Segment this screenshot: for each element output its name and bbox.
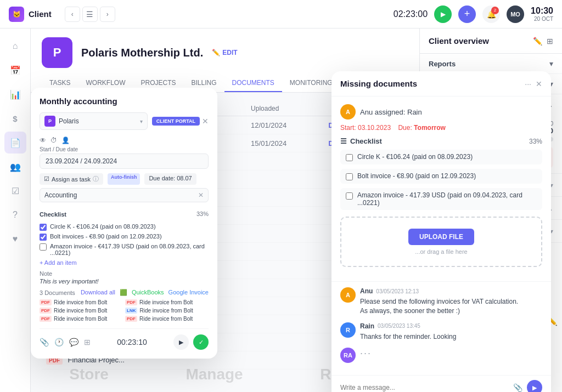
checklist-icon: ☰ (340, 137, 347, 145)
missing-checklist-checkbox[interactable] (346, 192, 353, 200)
reports-chevron-icon[interactable]: ▾ (549, 59, 553, 68)
modal-footer-icons: 📎 🕐 💬 ⊞ (40, 338, 91, 346)
docs-header: 3 Documents Download all 🟩 QuickBooks Go… (40, 289, 209, 296)
assign-task-badge[interactable]: ☑ Assign as task ⓘ (40, 173, 103, 185)
assigned-row: A Anu assigned: Rain (340, 104, 542, 120)
edit-link[interactable]: ✏️ EDIT (212, 49, 237, 56)
topic-row[interactable]: Accounting ✕ (40, 188, 209, 202)
user-avatar[interactable]: MO (507, 5, 524, 23)
checklist-checkbox[interactable] (40, 234, 47, 241)
expand-icon[interactable]: ⊞ (547, 37, 553, 46)
doc-cell-uploaded: 12/01/2024 (246, 116, 324, 134)
chat-date: 03/05/2023 12:13 (376, 288, 419, 294)
sidebar-item-documents[interactable]: 📄 (4, 132, 26, 154)
modal-play-button[interactable]: ▶ (173, 334, 189, 350)
modal-top-actions: CLIENT PORTAL ✕ (152, 117, 209, 126)
modal-doc-item[interactable]: PDF Ride invoice from Bolt (125, 316, 209, 322)
typing-indicator: RA ··· (340, 348, 542, 363)
quickbooks-icon[interactable]: 🟩 (120, 289, 127, 296)
modal-doc-item[interactable]: PDF Ride invoice from Bolt (40, 299, 123, 305)
nav-back-button[interactable]: ‹ (65, 7, 80, 22)
missing-checklist-header: ☰ Checklist 33% (340, 137, 542, 145)
doc-cell-uploaded (246, 243, 324, 261)
auto-finish-badge[interactable]: Auto-finish (108, 173, 140, 185)
typing-dots: ··· (360, 348, 372, 359)
doc-item-text: Ride invoice from Bolt (54, 308, 107, 314)
clock-icon[interactable]: 🕐 (54, 338, 64, 346)
dates-row: Start: 03.10.2023 Due: Tomorrow (340, 124, 542, 132)
chat-text: Please send the following invoices for V… (360, 297, 542, 316)
modal-complete-button[interactable]: ✓ (193, 334, 209, 350)
chat-send-button[interactable]: ▶ (527, 380, 542, 392)
modal-close-icon[interactable]: ✕ (202, 117, 209, 126)
missing-checklist-checkbox[interactable] (346, 154, 353, 161)
checklist-checkbox[interactable] (40, 243, 47, 251)
modal-doc-item[interactable]: PDF Ride invoice from Bolt (125, 299, 209, 305)
anu-avatar: A (340, 287, 356, 303)
missing-modal-close-icon[interactable]: ✕ (536, 79, 542, 88)
add-item-link[interactable]: + Add an item (40, 259, 209, 266)
sidebar-item-favorites[interactable]: ♥ (4, 228, 26, 250)
modal-doc-item[interactable]: LNK Ride invoice from Bolt (125, 308, 209, 314)
polaris-avatar: P (44, 116, 55, 127)
modal-doc-item[interactable]: PDF Ride invoice from Bolt (40, 316, 123, 322)
modal-doc-item[interactable]: PDF Ride invoice from Bolt (40, 308, 123, 314)
doc-cell-uploaded (246, 261, 324, 279)
sidebar-item-calendar[interactable]: 📅 (4, 59, 26, 81)
chat-input[interactable] (340, 384, 509, 391)
chat-messages: A Anu 03/05/2023 12:13 Please send the f… (340, 287, 542, 341)
sidebar-item-users[interactable]: 👥 (4, 156, 26, 178)
chat-header: Rain 03/05/2023 13:45 (360, 322, 542, 330)
reports-title: Reports (429, 60, 456, 68)
reports-actions: ▾ (549, 59, 553, 68)
doc-cell-uploaded (246, 315, 324, 333)
share-icon[interactable]: ⊞ (84, 338, 91, 346)
nav-forward-button[interactable]: › (100, 7, 115, 22)
checklist-title: Checklist (350, 137, 382, 145)
sidebar-item-billing[interactable]: $ (4, 107, 26, 129)
topic-clear-icon: ✕ (198, 191, 204, 199)
sidebar-item-checklist[interactable]: ☑ (4, 180, 26, 202)
sidebar-item-help[interactable]: ? (4, 204, 26, 226)
missing-checklist-text: Bolt invoice - €8.90 (paid on 12.09.2023… (357, 172, 476, 180)
nav-list-button[interactable]: ☰ (82, 7, 98, 22)
doc-icon: PDF (40, 308, 52, 314)
sidebar-item-chart[interactable]: 📊 (4, 83, 26, 105)
edit-icon[interactable]: ✏️ (533, 37, 542, 46)
due-date-badge[interactable]: Due date: 08.07 (144, 173, 196, 185)
client-name: Polaris Mothership Ltd. (81, 47, 203, 59)
download-all-link[interactable]: Download all (81, 289, 115, 296)
start-due-label: Start / Due date (40, 146, 209, 152)
play-button[interactable]: ▶ (434, 5, 452, 23)
google-invoice-label[interactable]: Google Invoice (168, 289, 209, 296)
assigned-text: Anu assigned: Rain (360, 108, 422, 116)
chat-text: Thanks for the reminder. Looking (360, 332, 542, 342)
upload-button[interactable]: UPLOAD FILE (408, 229, 474, 245)
due-date: Due: Tomorrow (398, 124, 445, 132)
quickbooks-label[interactable]: QuickBooks (132, 289, 164, 296)
tab-documents[interactable]: DOCUMENTS (224, 75, 282, 92)
sidebar-item-home[interactable]: ⌂ (4, 35, 26, 57)
comment-icon[interactable]: 💬 (69, 338, 78, 346)
more-icon[interactable]: ··· (525, 79, 531, 88)
notification-button[interactable]: 🔔 2 (482, 5, 500, 23)
attachment-icon[interactable]: 📎 (40, 338, 49, 346)
chat-message: R Rain 03/05/2023 13:45 Thanks for the r… (340, 322, 542, 342)
checklist-checkbox[interactable] (40, 224, 47, 231)
modal-footer: 📎 🕐 💬 ⊞ 00:23:10 ▶ ✓ (40, 328, 209, 350)
modal-icons-row: 👁 ⏱ 👤 (40, 134, 209, 146)
app-name: Client (29, 9, 52, 19)
upload-area[interactable]: UPLOAD FILE ...or drag a file here (340, 217, 542, 267)
start-due-value[interactable]: 23.09.2024 / 24.09.2024 (40, 154, 209, 169)
missing-checklist-checkbox[interactable] (346, 173, 353, 180)
client-selector[interactable]: P Polaris ▾ (40, 112, 148, 130)
attachment-icon[interactable]: 📎 (513, 383, 522, 392)
monthly-modal-title: Monthly accounting (40, 96, 209, 106)
typing-content: ··· (360, 348, 542, 363)
logo-icon: 🐱 (9, 7, 24, 22)
client-portal-badge[interactable]: CLIENT PORTAL (152, 117, 200, 126)
missing-checklist-item: Amazon invoice - 417.39 USD (paid on 09.… (340, 188, 542, 210)
add-button[interactable]: + (458, 5, 476, 23)
assign-task-icon: ☑ (44, 175, 49, 183)
doc-cell-uploaded (246, 207, 324, 225)
